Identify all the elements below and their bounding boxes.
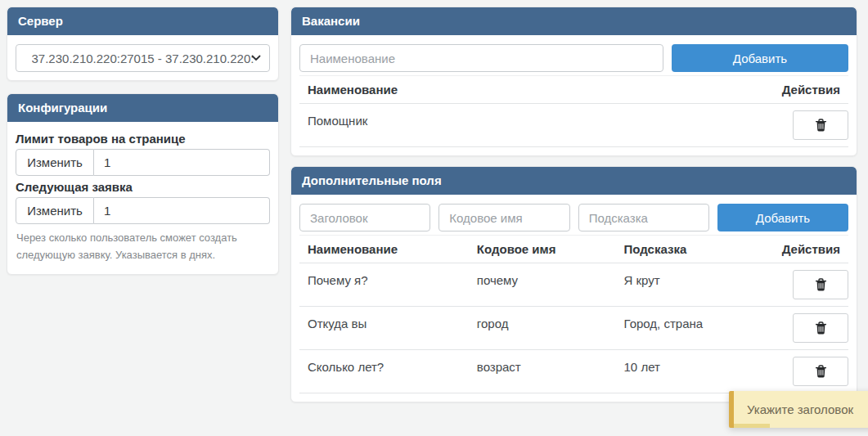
field-code-cell: почему <box>469 263 616 307</box>
field-name-cell: Сколько лет? <box>299 350 469 393</box>
next-request-input-group: Изменить <box>16 197 270 224</box>
vacancies-panel-header: Вакансии <box>291 7 857 35</box>
field-code-cell: город <box>469 307 616 350</box>
extra-fields-table-header-row: Наименование Кодовое имя Подсказка Дейст… <box>299 236 848 263</box>
limit-field-label: Лимит товаров на странице <box>16 132 270 146</box>
extra-fields-panel: Дополнительные поля Добавить Наименовани… <box>290 166 857 402</box>
limit-input-group: Изменить <box>16 149 270 176</box>
trash-icon <box>815 321 827 335</box>
page: Сервер 37.230.210.220:27015 - 37.230.210… <box>0 0 868 409</box>
extra-fields-col-code: Кодовое имя <box>469 236 616 263</box>
server-panel: Сервер 37.230.210.220:27015 - 37.230.210… <box>7 7 279 81</box>
trash-icon <box>815 278 827 292</box>
vacancy-name-cell: Помощник <box>299 104 774 147</box>
vacancies-col-name: Наименование <box>299 76 774 104</box>
extra-field-add-row: Добавить <box>299 204 848 231</box>
table-row: Сколько лет? возраст 10 лет <box>299 350 848 393</box>
field-name-cell: Почему я? <box>299 263 469 307</box>
chevron-down-icon <box>251 55 261 61</box>
vacancies-panel-body: Добавить Наименование Действия Помощник <box>291 35 857 155</box>
extra-fields-col-name: Наименование <box>299 236 469 263</box>
toast-progress-bar <box>734 424 770 428</box>
field-delete-button[interactable] <box>793 270 848 299</box>
config-panel-title: Конфигурации <box>18 101 107 115</box>
table-row: Откуда вы город Город, страна <box>299 307 848 350</box>
right-column: Вакансии Добавить Наименование Действия <box>290 7 857 402</box>
next-request-field-label: Следующая заявка <box>16 180 270 194</box>
extra-fields-col-actions: Действия <box>774 236 848 263</box>
extra-fields-panel-body: Добавить Наименование Кодовое имя Подска… <box>291 195 857 402</box>
server-select[interactable]: 37.230.210.220:27015 - 37.230.210.220:27… <box>16 44 270 72</box>
field-hint-cell: 10 лет <box>616 350 774 393</box>
server-panel-body: 37.230.210.220:27015 - 37.230.210.220:27… <box>7 35 278 80</box>
trash-icon <box>815 365 827 379</box>
vacancy-add-button[interactable]: Добавить <box>672 44 848 72</box>
extra-field-code-input[interactable] <box>438 204 569 231</box>
toast-notification[interactable]: Укажите заголовок <box>729 391 868 428</box>
server-select-value: 37.230.210.220:27015 - 37.230.210.220:27… <box>32 52 254 65</box>
left-column: Сервер 37.230.210.220:27015 - 37.230.210… <box>7 7 279 402</box>
config-panel: Конфигурации Лимит товаров на странице И… <box>7 93 279 275</box>
field-hint-cell: Я крут <box>616 263 774 307</box>
vacancies-panel: Вакансии Добавить Наименование Действия <box>290 7 857 156</box>
field-delete-button[interactable] <box>793 357 848 386</box>
trash-icon <box>815 119 827 133</box>
field-code-cell: возраст <box>469 350 616 393</box>
field-hint-cell: Город, страна <box>616 307 774 350</box>
extra-field-add-button[interactable]: Добавить <box>717 204 848 231</box>
next-request-change-button[interactable]: Изменить <box>16 197 94 224</box>
limit-change-button[interactable]: Изменить <box>16 149 94 176</box>
field-delete-button[interactable] <box>793 313 848 343</box>
server-panel-title: Сервер <box>18 14 63 28</box>
vacancy-delete-button[interactable] <box>793 110 848 140</box>
table-row: Помощник <box>299 104 848 147</box>
field-name-cell: Откуда вы <box>299 307 469 350</box>
extra-fields-table: Наименование Кодовое имя Подсказка Дейст… <box>299 235 848 393</box>
vacancies-col-actions: Действия <box>774 76 848 104</box>
extra-fields-panel-title: Дополнительные поля <box>302 173 442 187</box>
table-row: Почему я? почему Я крут <box>299 263 848 307</box>
server-panel-header: Сервер <box>7 7 278 35</box>
extra-fields-col-hint: Подсказка <box>616 236 774 263</box>
vacancies-panel-title: Вакансии <box>302 14 360 28</box>
limit-input[interactable] <box>94 149 270 176</box>
config-panel-body: Лимит товаров на странице Изменить Следу… <box>7 122 278 274</box>
config-panel-header: Конфигурации <box>7 94 278 122</box>
extra-fields-panel-header: Дополнительные поля <box>291 167 857 195</box>
vacancy-name-input[interactable] <box>299 44 663 72</box>
vacancy-add-row: Добавить <box>299 44 848 72</box>
toast-message: Укажите заголовок <box>747 402 853 416</box>
next-request-help-text: Через сколько пользователь сможет создат… <box>16 230 269 264</box>
vacancies-table: Наименование Действия Помощник <box>299 75 848 147</box>
next-request-input[interactable] <box>94 197 270 224</box>
vacancies-table-header-row: Наименование Действия <box>299 76 848 104</box>
extra-field-title-input[interactable] <box>299 204 430 231</box>
extra-field-hint-input[interactable] <box>578 204 709 231</box>
